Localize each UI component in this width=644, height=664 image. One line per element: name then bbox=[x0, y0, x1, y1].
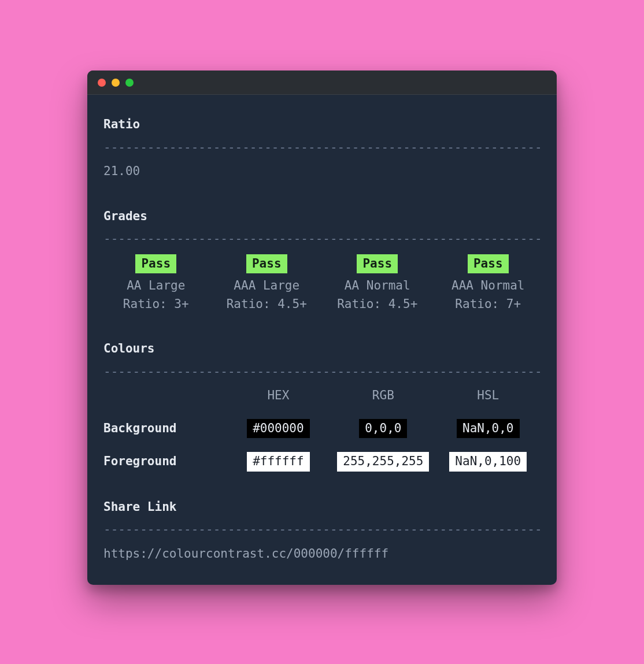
colours-table: HEX RGB HSL Background #000000 0,0,0 NaN… bbox=[103, 387, 541, 472]
minimize-icon[interactable] bbox=[112, 79, 120, 87]
window-titlebar bbox=[87, 71, 557, 95]
zoom-icon[interactable] bbox=[125, 79, 134, 87]
ratio-section: Ratio ----------------------------------… bbox=[103, 116, 541, 181]
divider: ----------------------------------------… bbox=[103, 230, 541, 248]
col-header-rgb: RGB bbox=[331, 387, 435, 405]
grade-label: AAA Normal bbox=[436, 277, 541, 295]
fg-hex-value: #ffffff bbox=[247, 452, 310, 472]
grade-ratio: Ratio: 7+ bbox=[436, 295, 541, 314]
grade-aa-large: Pass AA Large Ratio: 3+ bbox=[103, 254, 209, 314]
grades-section: Grades ---------------------------------… bbox=[103, 207, 541, 314]
status-badge: Pass bbox=[135, 254, 176, 274]
grade-label: AAA Large bbox=[214, 277, 320, 295]
colours-heading: Colours bbox=[103, 340, 541, 358]
grade-ratio: Ratio: 4.5+ bbox=[325, 295, 430, 314]
grade-aaa-large: Pass AAA Large Ratio: 4.5+ bbox=[214, 254, 320, 314]
fg-rgb-value: 255,255,255 bbox=[337, 452, 429, 472]
bg-hsl-value: NaN,0,0 bbox=[457, 419, 520, 439]
grade-aaa-normal: Pass AAA Normal Ratio: 7+ bbox=[436, 254, 541, 314]
col-header-hsl: HSL bbox=[436, 387, 541, 405]
grades-row: Pass AA Large Ratio: 3+ Pass AAA Large R… bbox=[103, 254, 541, 314]
terminal-content: Ratio ----------------------------------… bbox=[87, 95, 557, 585]
colours-section: Colours --------------------------------… bbox=[103, 340, 541, 472]
terminal-window: Ratio ----------------------------------… bbox=[87, 71, 557, 585]
ratio-value: 21.00 bbox=[103, 162, 541, 181]
status-badge: Pass bbox=[246, 254, 287, 274]
row-label-background: Background bbox=[103, 420, 226, 438]
col-header-hex: HEX bbox=[226, 387, 331, 405]
grades-heading: Grades bbox=[103, 207, 541, 226]
grade-label: AA Normal bbox=[325, 277, 430, 295]
row-label-foreground: Foreground bbox=[103, 452, 226, 471]
bg-hex-value: #000000 bbox=[247, 419, 310, 439]
share-heading: Share Link bbox=[103, 498, 541, 517]
close-icon[interactable] bbox=[98, 79, 106, 87]
share-link-url[interactable]: https://colourcontrast.cc/000000/ffffff bbox=[103, 545, 541, 563]
grade-aa-normal: Pass AA Normal Ratio: 4.5+ bbox=[325, 254, 430, 314]
grade-label: AA Large bbox=[103, 277, 209, 295]
ratio-heading: Ratio bbox=[103, 116, 541, 134]
grade-ratio: Ratio: 4.5+ bbox=[214, 295, 320, 314]
status-badge: Pass bbox=[468, 254, 509, 274]
bg-rgb-value: 0,0,0 bbox=[359, 419, 407, 439]
grade-ratio: Ratio: 3+ bbox=[103, 295, 209, 314]
divider: ----------------------------------------… bbox=[103, 363, 541, 381]
share-section: Share Link -----------------------------… bbox=[103, 498, 541, 563]
fg-hsl-value: NaN,0,100 bbox=[449, 452, 527, 472]
status-badge: Pass bbox=[357, 254, 398, 274]
divider: ----------------------------------------… bbox=[103, 521, 541, 539]
divider: ----------------------------------------… bbox=[103, 139, 541, 157]
